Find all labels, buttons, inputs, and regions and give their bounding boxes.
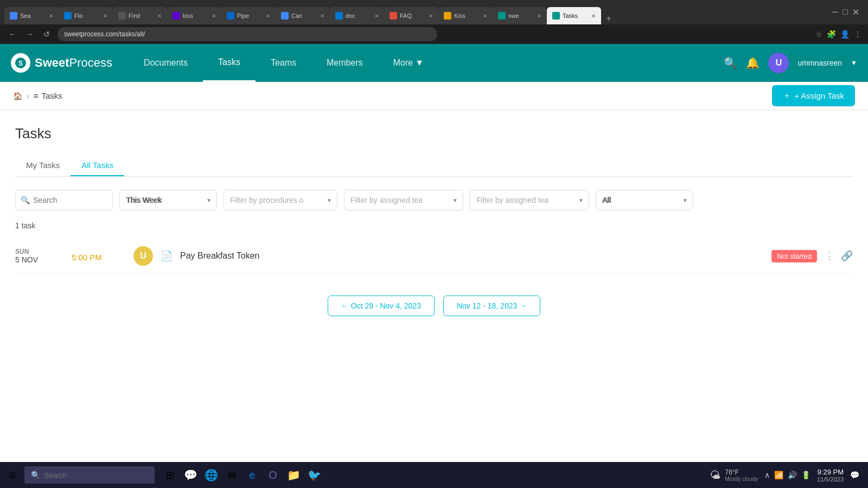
task-link-icon[interactable]: 🔗 (841, 250, 853, 262)
task-more-icon[interactable]: ⋮ (825, 250, 834, 262)
tab-close-first[interactable]: ✕ (157, 13, 162, 19)
assign-task-button[interactable]: ＋ + Assign Task (772, 85, 855, 106)
bookmark-icon[interactable]: ☆ (815, 30, 822, 38)
volume-icon[interactable]: 🔊 (788, 471, 797, 479)
taskbar-icon-teams[interactable]: 💬 (181, 465, 200, 485)
user-name: ummnasreen (797, 59, 842, 67)
header-right: 🔍 🔔 U ummnasreen ▼ (724, 53, 857, 73)
browser-tab-can[interactable]: Can ✕ (276, 7, 330, 24)
profile-icon[interactable]: 👤 (840, 30, 850, 38)
tab-close-kiss1[interactable]: ✕ (212, 13, 216, 19)
table-row: SUN 5 NOV 5:00 PM U 📄 Pay Breakfast Toke… (15, 239, 853, 274)
app-header: S SweetProcess Documents Tasks Teams Mem… (0, 44, 868, 82)
date-filter-select[interactable]: This Week (119, 190, 217, 210)
search-input[interactable] (15, 190, 113, 210)
task-count: 1 task (15, 221, 853, 230)
task-document-icon: 📄 (161, 250, 173, 262)
tab-close-doc[interactable]: ✕ (374, 13, 379, 19)
browser-tab-first[interactable]: First ✕ (113, 7, 167, 24)
taskbar-clock[interactable]: 9:29 PM 11/5/2023 (817, 468, 844, 483)
tab-close-kiss2[interactable]: ✕ (483, 13, 487, 19)
taskbar-icon-office[interactable]: O (263, 465, 283, 485)
user-avatar[interactable]: U (768, 53, 789, 73)
assigned-team2-filter-select[interactable] (470, 190, 589, 210)
taskbar-icon-app[interactable]: 🐦 (304, 465, 324, 485)
tab-close-swe[interactable]: ✕ (537, 13, 541, 19)
network-icon[interactable]: 📶 (774, 471, 783, 479)
taskbar-icon-edge[interactable]: e (242, 465, 262, 485)
procedures-filter-wrap: Filter by procedures o (224, 190, 337, 210)
tab-close-tasks[interactable]: ✕ (591, 13, 596, 19)
main-content: Tasks My Tasks All Tasks 🔍 This Week Thi… (0, 110, 868, 488)
taskbar-icon-apps[interactable]: ⊞ (160, 465, 180, 485)
logo-icon: S (11, 53, 30, 73)
task-actions: ⋮ 🔗 (825, 250, 853, 262)
browser-tab-swe[interactable]: swe ✕ (493, 7, 547, 24)
task-time: 5:00 PM (72, 253, 126, 262)
taskbar-search-input[interactable] (44, 471, 142, 479)
pagination: ← Oct 29 - Nov 4, 2023 Nov 12 - 18, 2023… (15, 296, 853, 316)
nav-members[interactable]: Members (311, 44, 378, 82)
taskbar-icon-chrome[interactable]: 🌐 (201, 465, 221, 485)
taskbar-icon-files[interactable]: 📁 (284, 465, 303, 485)
taskbar-icon-mail[interactable]: ✉ (222, 465, 241, 485)
close-window-button[interactable]: ✕ (852, 7, 859, 17)
start-button[interactable]: ⊞ (0, 470, 24, 480)
menu-icon[interactable]: ⋮ (854, 30, 861, 38)
taskbar-search[interactable]: 🔍 (24, 466, 155, 484)
browser-tab-list: Sea ✕ Flo ✕ First ✕ kiss ✕ Pipe ✕ Can ✕ (4, 0, 825, 24)
breadcrumb-tasks: ≡ Tasks (34, 91, 62, 100)
notifications-button[interactable]: 🔔 (746, 56, 760, 69)
browser-tab-kiss2[interactable]: Kiss ✕ (438, 7, 493, 24)
battery-icon[interactable]: 🔋 (801, 471, 810, 479)
notification-button[interactable]: 💬 (850, 471, 859, 479)
home-icon[interactable]: 🏠 (13, 92, 22, 100)
refresh-button[interactable]: ↺ (41, 28, 52, 41)
tab-close-can[interactable]: ✕ (320, 13, 324, 19)
task-tabs: My Tasks All Tasks (15, 155, 853, 177)
logo-text: SweetProcess (35, 56, 112, 70)
browser-tab-faq[interactable]: FAQ ✕ (384, 7, 438, 24)
minimize-button[interactable]: ─ (832, 7, 838, 17)
next-week-button[interactable]: Nov 12 - 18, 2023 → (443, 296, 540, 316)
browser-tab-flo[interactable]: Flo ✕ (59, 7, 113, 24)
nav-documents[interactable]: Documents (129, 44, 203, 82)
procedures-filter-select[interactable] (224, 190, 337, 210)
forward-button[interactable]: → (24, 28, 36, 41)
logo[interactable]: S SweetProcess (11, 53, 112, 73)
browser-tab-sea[interactable]: Sea ✕ (4, 7, 59, 24)
browser-tab-kiss1[interactable]: kiss ✕ (167, 7, 221, 24)
date-filter-wrap: This Week This Week (119, 190, 217, 210)
browser-tab-tasks[interactable]: Tasks ✕ (547, 7, 601, 24)
tab-close-pipe[interactable]: ✕ (266, 13, 270, 19)
extensions-icon[interactable]: 🧩 (827, 30, 836, 38)
nav-teams[interactable]: Teams (256, 44, 311, 82)
main-nav: Documents Tasks Teams Members More ▼ (129, 44, 724, 82)
breadcrumb-separator: › (27, 92, 29, 100)
tab-close-sea[interactable]: ✕ (49, 13, 53, 19)
user-dropdown-arrow[interactable]: ▼ (851, 59, 857, 67)
maximize-button[interactable]: □ (843, 7, 848, 17)
back-button[interactable]: ← (7, 28, 18, 41)
taskbar: ⊞ 🔍 ⊞ 💬 🌐 ✉ e O 📁 🐦 🌤 (0, 462, 868, 488)
tab-close-faq[interactable]: ✕ (429, 13, 433, 19)
task-name[interactable]: Pay Breakfast Token (180, 251, 764, 261)
assigned-team1-filter-select[interactable] (344, 190, 463, 210)
taskbar-right: 🌤 76°F Mostly cloudy ∧ 📶 🔊 🔋 9:29 PM 11/… (701, 468, 868, 483)
tab-all-tasks[interactable]: All Tasks (71, 155, 124, 176)
new-tab-button[interactable]: ＋ (601, 13, 616, 24)
nav-tasks[interactable]: Tasks (203, 44, 256, 82)
search-button[interactable]: 🔍 (724, 56, 737, 69)
status-badge: Not started (771, 250, 817, 262)
url-bar[interactable]: sweetprocess.com/tasks/all/ (58, 27, 437, 41)
tab-my-tasks[interactable]: My Tasks (15, 155, 71, 176)
browser-tab-pipe[interactable]: Pipe ✕ (221, 7, 276, 24)
nav-more[interactable]: More ▼ (378, 44, 439, 82)
prev-week-button[interactable]: ← Oct 29 - Nov 4, 2023 (328, 296, 435, 316)
status-filter-wrap: All All (596, 190, 693, 210)
status-filter-select[interactable]: All (596, 190, 693, 210)
chevron-icon[interactable]: ∧ (764, 471, 770, 479)
assigned-team1-filter-wrap: Filter by assigned tea (344, 190, 463, 210)
browser-tab-doc[interactable]: doc ✕ (330, 7, 384, 24)
tab-close-flo[interactable]: ✕ (103, 13, 107, 19)
